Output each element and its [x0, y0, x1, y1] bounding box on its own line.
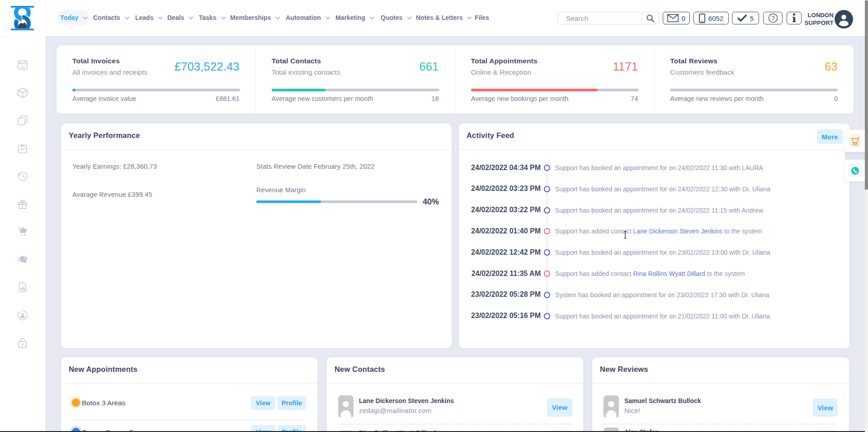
svg-text:?: ? [771, 15, 774, 22]
svg-text:12: 12 [20, 64, 25, 69]
